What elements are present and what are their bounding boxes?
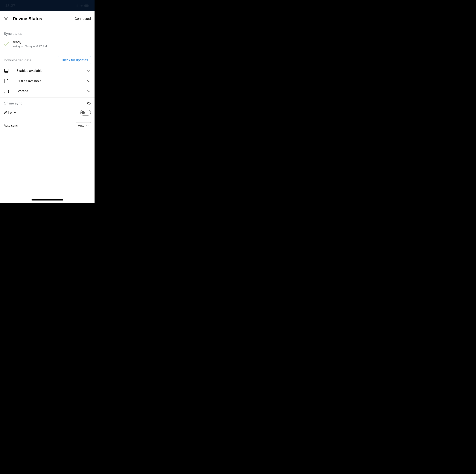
sync-status-main: Ready (12, 40, 47, 44)
files-label: 61 files available (17, 79, 87, 83)
chevron-down-icon (87, 80, 91, 82)
wifi-only-row: Wifi only (0, 106, 95, 119)
tables-label: 8 tables available (17, 69, 87, 73)
svg-rect-1 (76, 5, 76, 7)
sync-status-row: Ready Last sync: Today at 6:27 PM (0, 36, 95, 51)
storage-label: Storage (17, 89, 87, 93)
svg-point-13 (6, 92, 6, 92)
chevron-down-icon (87, 70, 91, 72)
status-bar-icons (75, 4, 89, 7)
auto-sync-select[interactable]: Auto (76, 122, 91, 129)
svg-rect-11 (4, 90, 9, 93)
svg-rect-6 (4, 69, 8, 73)
storage-icon (4, 90, 9, 93)
wifi-icon (80, 4, 83, 7)
cellular-icon (75, 4, 78, 7)
svg-rect-2 (77, 5, 77, 7)
check-for-updates-button[interactable]: Check for updates (58, 56, 91, 64)
auto-sync-row: Auto sync Auto (0, 119, 95, 132)
chevron-down-icon (86, 125, 89, 127)
svg-rect-4 (85, 4, 88, 7)
sync-status-section: Sync status (0, 26, 95, 36)
svg-point-12 (5, 92, 5, 92)
help-button[interactable] (87, 102, 91, 105)
device-status-screen: 18:27 Device Status Connected Sync statu… (0, 0, 95, 203)
wifi-only-label: Wifi only (4, 111, 16, 115)
battery-icon (85, 4, 89, 7)
home-indicator[interactable] (32, 199, 63, 201)
auto-sync-label: Auto sync (4, 124, 18, 127)
downloaded-data-header: Downloaded data Check for updates (0, 51, 95, 66)
connection-status: Connected (74, 17, 91, 21)
page-title: Device Status (13, 16, 74, 21)
divider (4, 133, 91, 133)
file-icon (4, 79, 9, 83)
table-icon (4, 69, 9, 73)
svg-rect-5 (89, 5, 89, 6)
checkmark-icon (4, 42, 9, 46)
chevron-down-icon (87, 90, 91, 92)
offline-sync-label: Offline sync (4, 101, 22, 105)
svg-point-15 (89, 104, 89, 104)
toggle-knob (81, 111, 85, 114)
close-icon (4, 17, 8, 20)
close-button[interactable] (3, 16, 9, 22)
auto-sync-value: Auto (78, 124, 84, 127)
offline-sync-header: Offline sync (0, 98, 95, 106)
status-bar: 18:27 (0, 0, 95, 11)
wifi-only-toggle[interactable] (80, 110, 91, 116)
files-row[interactable]: 61 files available (0, 76, 95, 86)
downloaded-data-label: Downloaded data (4, 58, 32, 62)
status-bar-time: 18:27 (5, 3, 15, 8)
help-icon (87, 102, 91, 105)
svg-rect-3 (78, 4, 78, 7)
sync-status-label: Sync status (4, 26, 91, 36)
tables-row[interactable]: 8 tables available (0, 66, 95, 76)
storage-row[interactable]: Storage (0, 86, 95, 96)
screen-header: Device Status Connected (0, 11, 95, 26)
svg-rect-0 (75, 6, 75, 7)
sync-status-sub: Last sync: Today at 6:27 PM (12, 45, 47, 48)
